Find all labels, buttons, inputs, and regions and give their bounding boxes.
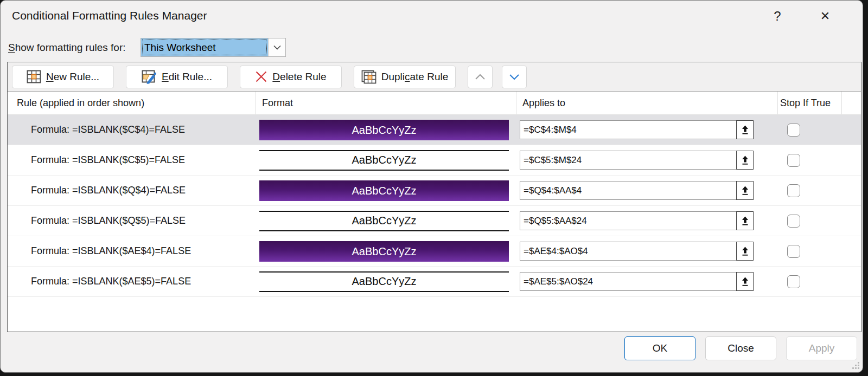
move-rule-up-button[interactable] bbox=[468, 66, 493, 88]
show-rules-label: Show formatting rules for: bbox=[8, 42, 126, 54]
applies-to-input[interactable] bbox=[520, 242, 737, 261]
applies-to-group bbox=[520, 151, 754, 170]
applies-to-input[interactable] bbox=[520, 211, 737, 230]
column-divider bbox=[256, 92, 256, 114]
rule-row[interactable]: Formula: =ISBLANK($C$5)=FALSE AaBbCcYyZz bbox=[8, 145, 861, 176]
applies-to-input[interactable] bbox=[520, 181, 737, 200]
range-picker-button[interactable] bbox=[736, 151, 754, 170]
close-button[interactable]: Close bbox=[705, 336, 776, 360]
show-rules-row: Show formatting rules for: This Workshee… bbox=[1, 37, 863, 59]
applies-to-input[interactable] bbox=[520, 151, 737, 170]
range-picker-button[interactable] bbox=[736, 272, 754, 291]
scope-dropdown-value[interactable]: This Worksheet bbox=[141, 38, 268, 56]
rules-list: Formula: =ISBLANK($C$4)=FALSE AaBbCcYyZz… bbox=[8, 115, 861, 297]
applies-to-group bbox=[520, 120, 754, 139]
header-format: Format bbox=[262, 98, 293, 109]
collapse-dialog-arrow-icon bbox=[741, 186, 749, 196]
applies-to-group bbox=[520, 211, 754, 230]
duplicate-rule-tables-icon bbox=[361, 70, 376, 84]
new-rule-button[interactable]: New Rule... bbox=[12, 66, 114, 88]
resize-grip[interactable] bbox=[852, 361, 859, 369]
rule-row[interactable]: Formula: =ISBLANK($C$4)=FALSE AaBbCcYyZz bbox=[8, 115, 861, 145]
collapse-dialog-arrow-icon bbox=[741, 216, 749, 226]
rules-toolbar: New Rule... Edit Rule... Delet bbox=[8, 62, 861, 92]
rule-formula-text: Formula: =ISBLANK($C$5)=FALSE bbox=[31, 145, 185, 175]
rule-formula-text: Formula: =ISBLANK($Q$4)=FALSE bbox=[31, 176, 186, 205]
rule-row[interactable]: Formula: =ISBLANK($Q$5)=FALSE AaBbCcYyZz bbox=[8, 206, 861, 236]
stop-if-true-checkbox[interactable] bbox=[787, 215, 800, 228]
rules-listing: Rule (applied in order shown) Format App… bbox=[8, 92, 861, 332]
rule-row[interactable]: Formula: =ISBLANK($AE$4)=FALSE AaBbCcYyZ… bbox=[8, 236, 861, 267]
range-picker-button[interactable] bbox=[736, 181, 754, 200]
edit-rule-button[interactable]: Edit Rule... bbox=[126, 66, 228, 88]
duplicate-rule-label: Duplicate Rule bbox=[381, 71, 449, 83]
rule-formula-text: Formula: =ISBLANK($AE$5)=FALSE bbox=[31, 267, 191, 296]
stop-if-true-checkbox[interactable] bbox=[787, 184, 800, 197]
rules-list-header: Rule (applied in order shown) Format App… bbox=[8, 92, 861, 115]
close-window-button[interactable]: ✕ bbox=[816, 7, 834, 25]
rule-formula-text: Formula: =ISBLANK($Q$5)=FALSE bbox=[31, 206, 186, 236]
header-applies-to: Applies to bbox=[522, 98, 565, 109]
help-button[interactable]: ? bbox=[768, 7, 787, 25]
stop-if-true-checkbox[interactable] bbox=[787, 154, 800, 167]
applies-to-input[interactable] bbox=[520, 120, 737, 139]
range-picker-button[interactable] bbox=[736, 120, 754, 139]
rules-manager-panel: New Rule... Edit Rule... Delet bbox=[7, 62, 861, 332]
format-preview-swatch: AaBbCcYyZz bbox=[259, 180, 509, 201]
collapse-dialog-arrow-icon bbox=[741, 155, 749, 165]
header-rule: Rule (applied in order shown) bbox=[17, 98, 144, 109]
column-divider bbox=[516, 92, 516, 114]
rule-formula-text: Formula: =ISBLANK($AE$4)=FALSE bbox=[31, 236, 191, 266]
new-rule-table-icon bbox=[27, 70, 41, 83]
format-preview-swatch: AaBbCcYyZz bbox=[259, 271, 509, 292]
scope-dropdown[interactable]: This Worksheet bbox=[141, 38, 286, 57]
column-divider bbox=[841, 92, 842, 114]
applies-to-group bbox=[520, 242, 754, 261]
chevron-down-icon bbox=[273, 45, 281, 50]
close-icon: ✕ bbox=[820, 9, 830, 23]
format-preview-swatch: AaBbCcYyZz bbox=[259, 241, 509, 262]
apply-button[interactable]: Apply bbox=[786, 336, 857, 360]
range-picker-button[interactable] bbox=[736, 211, 754, 230]
rule-row[interactable]: Formula: =ISBLANK($AE$5)=FALSE AaBbCcYyZ… bbox=[8, 267, 861, 297]
dialog-footer: OK Close Apply bbox=[1, 336, 857, 361]
collapse-dialog-arrow-icon bbox=[741, 277, 749, 287]
column-divider bbox=[777, 92, 778, 114]
stop-if-true-checkbox[interactable] bbox=[787, 275, 800, 288]
rule-row[interactable]: Formula: =ISBLANK($Q$4)=FALSE AaBbCcYyZz bbox=[8, 176, 861, 206]
format-preview-swatch: AaBbCcYyZz bbox=[259, 211, 509, 231]
edit-rule-pencil-icon bbox=[142, 70, 157, 84]
delete-rule-button[interactable]: Delete Rule bbox=[240, 66, 342, 88]
stop-if-true-checkbox[interactable] bbox=[787, 124, 800, 137]
rule-formula-text: Formula: =ISBLANK($C$4)=FALSE bbox=[31, 115, 185, 145]
delete-rule-label: Delete Rule bbox=[272, 71, 326, 83]
collapse-dialog-arrow-icon bbox=[741, 247, 749, 256]
dialog-title: Conditional Formatting Rules Manager bbox=[12, 9, 207, 22]
scope-dropdown-arrow-button[interactable] bbox=[268, 38, 285, 56]
move-rule-down-button[interactable] bbox=[502, 66, 527, 88]
title-bar: Conditional Formatting Rules Manager ? ✕ bbox=[1, 1, 863, 31]
applies-to-group bbox=[520, 181, 754, 200]
header-stop-if-true: Stop If True bbox=[780, 98, 831, 109]
ok-button[interactable]: OK bbox=[624, 336, 695, 360]
chevron-down-icon bbox=[509, 74, 520, 80]
applies-to-group bbox=[520, 272, 754, 291]
applies-to-input[interactable] bbox=[520, 272, 737, 291]
duplicate-rule-button[interactable]: Duplicate Rule bbox=[354, 66, 456, 88]
edit-rule-label: Edit Rule... bbox=[162, 71, 212, 83]
chevron-up-icon bbox=[475, 74, 486, 80]
format-preview-swatch: AaBbCcYyZz bbox=[259, 120, 509, 140]
stop-if-true-checkbox[interactable] bbox=[787, 245, 800, 258]
conditional-formatting-rules-manager-dialog: Conditional Formatting Rules Manager ? ✕… bbox=[0, 0, 863, 373]
format-preview-swatch: AaBbCcYyZz bbox=[259, 150, 509, 171]
new-rule-label: New Rule... bbox=[46, 71, 99, 83]
help-icon: ? bbox=[774, 9, 781, 24]
range-picker-button[interactable] bbox=[736, 242, 754, 261]
delete-rule-x-icon bbox=[255, 70, 267, 83]
collapse-dialog-arrow-icon bbox=[741, 125, 749, 135]
